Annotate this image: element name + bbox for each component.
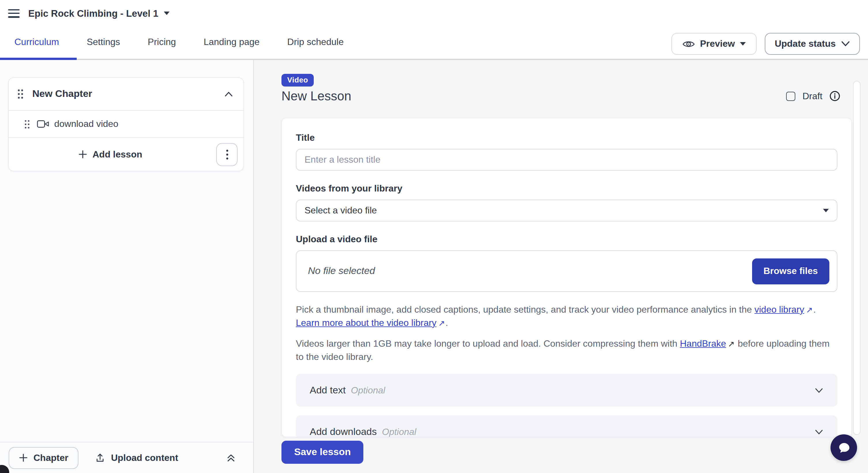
add-chapter-label: Chapter	[33, 452, 68, 463]
add-downloads-accordion[interactable]: Add downloads Optional	[296, 415, 837, 437]
upload-field-label: Upload a video file	[296, 234, 837, 245]
learn-more-link[interactable]: Learn more about the video library	[296, 318, 436, 327]
app-root: Epic Rock Climbing - Level 1 Curriculum …	[0, 0, 868, 473]
help-text-segment: Videos larger than 1GB may take longer t…	[296, 339, 680, 348]
external-link-icon: ↗	[438, 316, 445, 329]
add-text-accordion[interactable]: Add text Optional	[296, 374, 837, 407]
chat-bubble-icon	[836, 440, 851, 455]
add-chapter-button[interactable]: Chapter	[9, 447, 79, 469]
hamburger-menu-icon[interactable]	[8, 9, 20, 18]
tab-bar: Curriculum Settings Pricing Landing page…	[14, 25, 344, 59]
add-lesson-button[interactable]: Add lesson	[9, 149, 212, 159]
sidebar-footer: Chapter Upload content	[0, 442, 253, 473]
page-title: New Lesson	[281, 89, 351, 104]
help-text-segment: .	[813, 305, 816, 314]
lesson-form-card: Title Videos from your library Select a …	[281, 118, 852, 437]
header-actions: Preview Update status	[671, 33, 860, 55]
caret-down-icon	[163, 11, 169, 15]
tab-drip-schedule[interactable]: Drip schedule	[287, 37, 344, 47]
topbar: Epic Rock Climbing - Level 1	[0, 0, 868, 27]
caret-down-icon	[823, 209, 829, 212]
video-library-select-value: Select a video file	[305, 206, 377, 216]
update-status-button[interactable]: Update status	[765, 33, 860, 55]
lesson-row-download-video[interactable]: download video	[9, 110, 243, 138]
info-icon[interactable]	[829, 91, 840, 101]
video-library-select[interactable]: Select a video file	[296, 199, 837, 221]
help-text-segment: .	[445, 318, 448, 327]
video-camera-icon	[37, 119, 50, 129]
chat-launcher-button[interactable]	[831, 434, 857, 461]
help-text-segment: Pick a thumbnail image, add closed capti…	[296, 305, 754, 314]
collapse-all-button[interactable]	[226, 454, 236, 462]
save-lesson-button[interactable]: Save lesson	[281, 441, 364, 464]
tab-pricing[interactable]: Pricing	[148, 37, 176, 47]
active-tab-underline	[0, 58, 77, 60]
drag-handle-icon[interactable]	[24, 119, 30, 129]
add-lesson-label: Add lesson	[93, 149, 142, 159]
lesson-title-input[interactable]	[296, 149, 837, 171]
upload-icon	[95, 452, 106, 463]
chevron-down-icon	[814, 387, 824, 393]
plus-icon	[79, 150, 87, 159]
upload-content-label: Upload content	[111, 452, 178, 463]
chapter-title: New Chapter	[32, 88, 92, 100]
plus-icon	[19, 453, 28, 462]
optional-label: Optional	[351, 385, 385, 396]
course-title-label: Epic Rock Climbing - Level 1	[28, 8, 158, 19]
chevron-up-icon[interactable]	[224, 91, 233, 97]
lesson-type-badge: Video	[281, 74, 314, 87]
draft-label: Draft	[803, 91, 823, 101]
browse-files-button[interactable]: Browse files	[752, 258, 829, 284]
chevron-down-icon	[841, 41, 850, 47]
add-downloads-label: Add downloads	[310, 426, 377, 437]
kebab-menu-icon	[226, 149, 228, 159]
chevron-down-icon	[814, 429, 824, 435]
caret-down-icon	[740, 42, 746, 45]
curriculum-sidebar: New Chapter download video	[0, 60, 254, 473]
update-status-label: Update status	[775, 39, 836, 49]
app-header: Epic Rock Climbing - Level 1 Curriculum …	[0, 0, 868, 60]
external-link-icon: ↗	[728, 338, 735, 350]
tab-settings[interactable]: Settings	[87, 37, 120, 47]
course-title-dropdown[interactable]: Epic Rock Climbing - Level 1	[28, 8, 169, 19]
drag-handle-icon[interactable]	[17, 89, 24, 99]
external-link-icon: ↗	[806, 304, 813, 316]
chapter-card: New Chapter download video	[8, 77, 244, 171]
lesson-title: download video	[54, 119, 118, 129]
title-field-label: Title	[296, 133, 837, 143]
scrollbar-track[interactable]	[853, 81, 861, 435]
lesson-editor-panel: Video New Lesson Draft Title Videos from…	[254, 60, 868, 473]
upload-content-button[interactable]: Upload content	[95, 452, 178, 463]
library-field-label: Videos from your library	[296, 183, 837, 194]
no-file-text: No file selected	[308, 265, 375, 277]
draft-toggle-row: Draft	[786, 91, 840, 101]
optional-label: Optional	[382, 427, 416, 437]
video-library-help-text: Pick a thumbnail image, add closed capti…	[296, 304, 837, 329]
double-chevron-up-icon	[226, 454, 236, 462]
chapter-header[interactable]: New Chapter	[9, 78, 243, 110]
preview-button-label: Preview	[700, 39, 735, 49]
tab-curriculum[interactable]: Curriculum	[14, 37, 59, 47]
eye-icon	[682, 39, 695, 48]
chapter-options-button[interactable]	[216, 143, 238, 166]
tab-landing-page[interactable]: Landing page	[204, 37, 259, 47]
chapter-footer: Add lesson	[9, 138, 243, 171]
preview-button[interactable]: Preview	[671, 33, 757, 55]
handbrake-link[interactable]: HandBrake	[680, 339, 726, 348]
add-text-label: Add text	[310, 384, 346, 396]
video-library-link[interactable]: video library	[754, 305, 804, 314]
draft-checkbox[interactable]	[786, 91, 796, 101]
file-upload-dropzone[interactable]: No file selected Browse files	[296, 250, 837, 292]
compression-help-text: Videos larger than 1GB may take longer t…	[296, 338, 837, 364]
